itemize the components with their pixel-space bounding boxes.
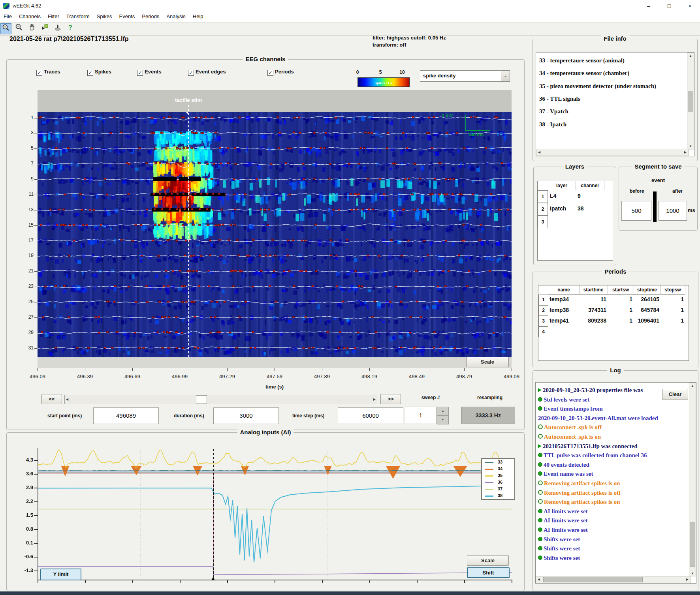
checkbox-spikes[interactable]: ✓Spikes xyxy=(87,68,111,75)
display-mode-dropdown[interactable]: spike density ⌄ xyxy=(420,70,510,82)
periods-rownum[interactable]: 2 xyxy=(538,305,548,316)
file-info-item[interactable]: 35 - piezo movement detector (under stom… xyxy=(539,83,656,90)
time-scrollbar-thumb[interactable] xyxy=(196,395,207,404)
stepper-up-icon[interactable]: ▲ xyxy=(437,407,449,416)
eeg-scale-button[interactable]: Scale xyxy=(466,357,509,367)
checkbox-box[interactable]: ✓ xyxy=(267,70,273,76)
periods-cell[interactable]: 1 xyxy=(608,296,634,302)
periods-rownum[interactable]: 3 xyxy=(538,316,548,327)
menu-channels[interactable]: Channels xyxy=(15,12,44,19)
stepper-down-icon[interactable]: ▼ xyxy=(437,416,449,424)
periods-table[interactable]: namestarttimestartswstoptimestopsw1temp3… xyxy=(538,285,689,361)
minimize-button[interactable]: – xyxy=(638,0,659,12)
checkbox-box[interactable]: ✓ xyxy=(87,70,93,76)
periods-cell[interactable]: 1 xyxy=(660,296,685,302)
connect-arrow-icon[interactable] xyxy=(40,23,50,34)
vscroll-thumb[interactable] xyxy=(688,91,693,112)
menu-transform[interactable]: Transform xyxy=(63,12,93,19)
page-forward-button[interactable]: >> xyxy=(380,394,401,404)
segment-after-input[interactable]: 1000 xyxy=(659,201,687,221)
file-info-item[interactable]: 38 - Ipatch xyxy=(539,121,566,128)
periods-cell[interactable]: 1 xyxy=(660,317,685,324)
checkbox-events[interactable]: ✓Events xyxy=(137,68,162,75)
periods-cell[interactable]: 264105 xyxy=(634,296,660,302)
checkbox-box[interactable]: ✓ xyxy=(188,70,194,76)
y-limit-button[interactable]: Y limit xyxy=(40,569,81,580)
vscroll-thumb[interactable] xyxy=(690,522,695,567)
file-info-item[interactable]: 33 - temperetaure sensor (animal) xyxy=(539,57,625,64)
ink-tool-icon[interactable] xyxy=(53,23,63,34)
hscroll-thumb[interactable] xyxy=(543,577,643,582)
log-clear-button[interactable]: Clear xyxy=(662,389,688,400)
file-info-vscrollbar[interactable]: ▲ ▼ xyxy=(687,53,694,150)
scroll-up-icon[interactable]: ▲ xyxy=(691,385,694,388)
file-info-hscrollbar[interactable]: ◀ ▶ xyxy=(536,149,689,156)
pan-hand-icon[interactable] xyxy=(27,23,37,34)
segment-before-input[interactable]: 500 xyxy=(621,201,651,221)
scroll-right-icon[interactable]: ▶ xyxy=(686,578,689,581)
layers-cell-channel[interactable]: 38 xyxy=(578,205,604,212)
periods-cell[interactable]: temp34 xyxy=(548,296,579,302)
file-info-item[interactable]: 36 - TTL signals xyxy=(539,96,580,102)
time-step-input[interactable]: 60000 xyxy=(338,407,403,424)
layers-rownum[interactable]: 1 xyxy=(538,190,548,203)
log-vscrollbar[interactable]: ▲ ▼ xyxy=(689,383,696,577)
duration-input[interactable]: 3000 xyxy=(213,407,279,424)
scroll-right-icon[interactable]: ▶ xyxy=(684,151,687,154)
scroll-left-icon[interactable]: ◀ xyxy=(538,151,540,154)
checkbox-traces[interactable]: ✓Traces xyxy=(36,68,60,75)
log-hscrollbar[interactable]: ◀ ▶ xyxy=(536,576,691,583)
layers-rownum[interactable]: 2 xyxy=(538,203,548,216)
periods-cell[interactable]: temp38 xyxy=(548,307,579,313)
stim-cursor-line[interactable] xyxy=(188,105,189,357)
layers-cell-layer[interactable]: Ipatch xyxy=(550,205,576,212)
time-scrollbar[interactable]: ◀ ▶ xyxy=(64,395,377,404)
page-back-button[interactable]: << xyxy=(41,394,62,404)
menu-analysis[interactable]: Analysis xyxy=(163,12,189,19)
ai-scale-button[interactable]: Scale xyxy=(467,555,509,566)
eeg-heatmap-plot[interactable] xyxy=(38,112,512,357)
scroll-down-icon[interactable]: ▼ xyxy=(689,145,692,148)
periods-cell[interactable]: 374311 xyxy=(579,307,608,313)
layers-rownum[interactable]: 3 xyxy=(538,216,548,228)
file-info-list[interactable]: 33 - temperetaure sensor (animal)34 - te… xyxy=(536,52,694,156)
periods-rownum[interactable]: 4 xyxy=(538,327,548,337)
periods-cell[interactable]: 1 xyxy=(608,307,634,313)
file-info-item[interactable]: 37 - Vpatch xyxy=(539,108,568,115)
sweep-input[interactable]: 1 xyxy=(405,407,437,424)
help-icon[interactable]: ? xyxy=(65,23,75,34)
ai-line-plot[interactable] xyxy=(38,448,512,580)
layers-cell-layer[interactable]: L4 xyxy=(550,193,576,199)
file-info-item[interactable]: 34 - temperetaure sensor (chamber) xyxy=(539,70,629,77)
periods-cell[interactable]: 11 xyxy=(579,296,608,302)
sweep-stepper[interactable]: ▲ ▼ xyxy=(437,407,449,424)
log-list[interactable]: 2020-09-10_20-53-20 properties file wasS… xyxy=(535,382,696,584)
menu-events[interactable]: Events xyxy=(116,12,139,19)
menu-periods[interactable]: Periods xyxy=(138,12,163,19)
checkbox-box[interactable]: ✓ xyxy=(137,70,143,76)
periods-cell[interactable]: 1 xyxy=(660,307,685,313)
maximize-button[interactable]: □ xyxy=(659,0,679,12)
scroll-down-icon[interactable]: ▼ xyxy=(691,572,694,575)
periods-cell[interactable]: 645784 xyxy=(634,307,660,313)
checkbox-box[interactable]: ✓ xyxy=(36,70,42,76)
scroll-left-icon[interactable]: ◀ xyxy=(538,578,540,581)
scroll-up-icon[interactable]: ▲ xyxy=(689,54,692,58)
periods-cell[interactable]: 1096401 xyxy=(634,317,660,324)
scroll-right-icon[interactable]: ▶ xyxy=(373,398,376,401)
menu-file[interactable]: File xyxy=(0,12,15,19)
menu-help[interactable]: Help xyxy=(189,12,207,19)
periods-cell[interactable]: 809238 xyxy=(579,317,608,324)
menu-filter[interactable]: Filter xyxy=(44,12,63,19)
zoom-out-icon[interactable]: − xyxy=(14,23,24,34)
periods-rownum[interactable]: 1 xyxy=(538,295,548,305)
menu-spikes[interactable]: Spikes xyxy=(93,12,116,19)
ai-shift-button[interactable]: Shift xyxy=(467,567,510,578)
checkbox-periods[interactable]: ✓Periods xyxy=(267,68,294,75)
checkbox-event-edges[interactable]: ✓Event edges xyxy=(188,68,226,75)
periods-cell[interactable]: temp41 xyxy=(548,317,579,324)
scroll-left-icon[interactable]: ◀ xyxy=(66,398,68,401)
close-button[interactable]: × xyxy=(679,0,700,12)
zoom-in-icon[interactable]: + xyxy=(0,23,11,34)
periods-cell[interactable]: 1 xyxy=(608,317,634,324)
